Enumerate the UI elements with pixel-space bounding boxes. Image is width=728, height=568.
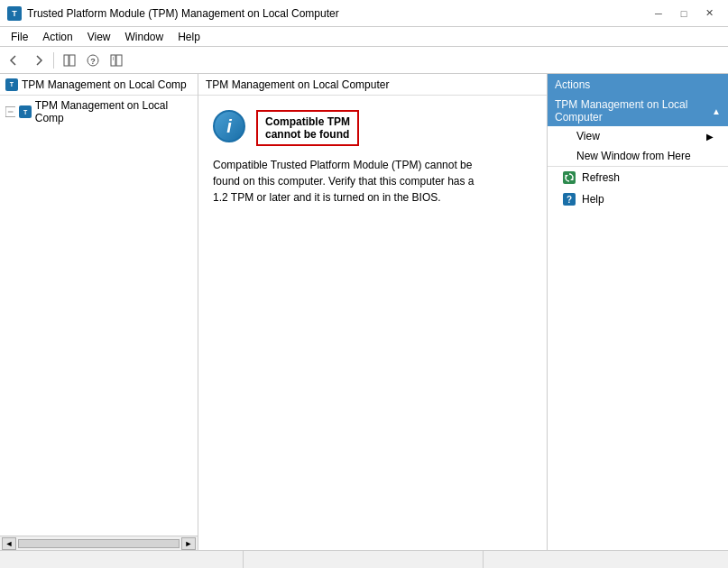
svg-text:?: ?	[567, 195, 572, 205]
left-panel-scrollbar[interactable]: ◄ ►	[0, 536, 198, 550]
action-new-window-label: New Window from Here	[576, 150, 691, 162]
menu-action[interactable]: Action	[35, 29, 79, 45]
left-panel-header: T TPM Management on Local Comp	[0, 74, 198, 96]
menu-bar: File Action View Window Help	[0, 27, 728, 47]
close-button[interactable]: ✕	[697, 4, 721, 23]
main-container: T TPM Management on Local Comp T TPM Man…	[0, 74, 728, 550]
action-help[interactable]: ? Help	[548, 188, 728, 210]
left-panel-icon: T	[5, 78, 18, 91]
actions-section-label: TPM Management on Local Computer	[555, 98, 712, 124]
toolbar: ?	[0, 47, 728, 74]
tree-item-tpm[interactable]: T TPM Management on Local Comp	[2, 97, 196, 126]
title-bar-controls: ─ □ ✕	[647, 4, 721, 23]
scroll-track[interactable]	[18, 539, 180, 548]
title-bar-left: T Trusted Platform Module (TPM) Manageme…	[7, 6, 339, 21]
window-title: Trusted Platform Module (TPM) Management…	[27, 7, 339, 20]
svg-rect-5	[116, 55, 122, 66]
svg-rect-0	[64, 55, 69, 66]
error-title-box: Compatible TPM cannot be found	[256, 110, 359, 146]
center-panel: TPM Management on Local Computer i Compa…	[198, 74, 548, 550]
scroll-right-button[interactable]: ►	[181, 537, 196, 550]
svg-text:?: ?	[90, 57, 96, 66]
action-help-label: Help	[582, 193, 604, 206]
error-description: Compatible Trusted Platform Module (TPM)…	[213, 157, 484, 206]
action-view-label: View	[576, 130, 600, 142]
left-panel-title: TPM Management on Local Comp	[22, 78, 187, 91]
help-button[interactable]: ?	[82, 50, 104, 71]
center-panel-header: TPM Management on Local Computer	[198, 74, 547, 96]
status-section-1	[5, 551, 244, 568]
action-view[interactable]: View ▶	[548, 126, 728, 146]
error-title-container: Compatible TPM cannot be found	[256, 110, 359, 146]
title-bar: T Trusted Platform Module (TPM) Manageme…	[0, 0, 728, 27]
actions-chevron-icon: ▲	[712, 106, 721, 116]
tree-item-label: TPM Management on Local Comp	[35, 99, 192, 124]
back-button[interactable]	[4, 50, 25, 71]
action-new-window[interactable]: New Window from Here	[548, 146, 728, 166]
tree-item-icon: T	[19, 105, 31, 118]
status-section-2	[245, 551, 484, 568]
right-panel-header: Actions	[548, 74, 728, 96]
center-panel-title: TPM Management on Local Computer	[206, 78, 389, 91]
action-refresh[interactable]: Refresh	[548, 167, 728, 188]
tree-expand-icon	[5, 106, 15, 117]
error-box: i Compatible TPM cannot be found	[213, 110, 532, 146]
maximize-button[interactable]: □	[672, 4, 696, 23]
right-panel: Actions TPM Management on Local Computer…	[548, 74, 728, 550]
left-panel-content[interactable]: T TPM Management on Local Comp	[0, 96, 198, 536]
scroll-left-button[interactable]: ◄	[2, 537, 16, 550]
error-title-line1: Compatible TPM	[265, 115, 350, 128]
show-hide-console-button[interactable]	[59, 50, 80, 71]
info-icon: i	[213, 110, 245, 142]
help-action-icon: ?	[562, 192, 576, 206]
error-title-line2: cannot be found	[265, 128, 350, 141]
menu-view[interactable]: View	[80, 29, 118, 45]
svg-rect-1	[69, 55, 75, 66]
action-refresh-label: Refresh	[582, 171, 620, 184]
app-icon: T	[7, 6, 22, 21]
center-panel-content: i Compatible TPM cannot be found Compati…	[198, 96, 547, 550]
left-panel: T TPM Management on Local Comp T TPM Man…	[0, 74, 198, 550]
svg-rect-4	[111, 55, 115, 66]
minimize-button[interactable]: ─	[647, 4, 670, 23]
status-section-3	[485, 551, 723, 568]
action-view-arrow: ▶	[706, 132, 714, 142]
menu-help[interactable]: Help	[170, 29, 207, 45]
actions-section-title[interactable]: TPM Management on Local Computer ▲	[548, 96, 728, 126]
menu-window[interactable]: Window	[118, 29, 171, 45]
actions-header-label: Actions	[555, 78, 590, 91]
refresh-icon	[562, 170, 576, 185]
properties-button[interactable]	[106, 50, 127, 71]
menu-file[interactable]: File	[4, 29, 35, 45]
toolbar-separator-1	[53, 52, 54, 69]
status-bar	[0, 550, 728, 568]
svg-rect-10	[563, 171, 576, 184]
forward-button[interactable]	[27, 50, 49, 71]
